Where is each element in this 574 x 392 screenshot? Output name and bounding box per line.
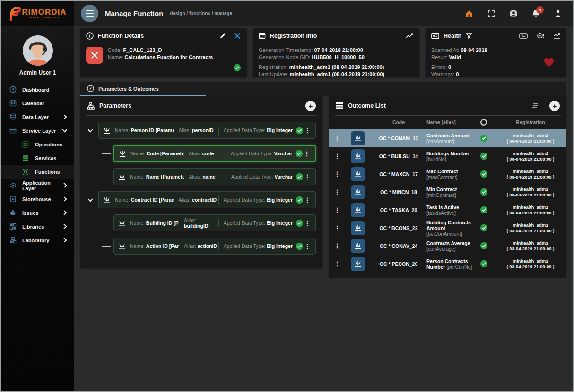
sidebar-item-calendar[interactable]: Calendar	[1, 96, 74, 110]
sidebar-item-dashboard[interactable]: Dashboard	[1, 83, 74, 96]
sidebar-item-issues[interactable]: Issues	[1, 206, 74, 220]
account-icon[interactable]	[509, 9, 518, 18]
valid-check-icon	[473, 170, 495, 178]
sort-icon[interactable]	[531, 103, 539, 109]
person-icon[interactable]	[554, 9, 562, 18]
sidebar-item-libraries[interactable]: Libraries	[1, 220, 74, 233]
info-row: Scanned At: 08-04-2019	[431, 47, 544, 54]
row-menu-icon[interactable]: ⋮	[329, 224, 345, 231]
panel-title: Parameters	[99, 102, 131, 109]
outcome-code: OC * PECON_26	[371, 261, 426, 267]
service-layer-icon	[9, 127, 17, 135]
breadcrumb: design / functions / manage	[170, 11, 232, 16]
scan-alert-icon[interactable]	[537, 33, 544, 39]
row-menu-icon[interactable]: ⋮	[304, 243, 311, 250]
edit-icon[interactable]	[219, 32, 226, 39]
sidebar-item-laboratory[interactable]: Laboratory	[1, 233, 74, 247]
chevron-right-icon	[62, 183, 68, 188]
collapse-chevron-icon[interactable]	[84, 197, 96, 203]
row-menu-icon[interactable]: ⋮	[329, 206, 345, 213]
outcome-registration: minhealth_adm1( 08-04-2019 21:00:00 )	[495, 133, 566, 144]
dashboard-icon	[9, 86, 17, 94]
outcome-registration: minhealth_adm1( 08-04-2019 21:00:00 )	[495, 222, 566, 233]
health-card-icon	[431, 33, 439, 39]
row-menu-icon[interactable]: ⋮	[304, 196, 311, 204]
laboratory-icon	[9, 237, 17, 244]
outcome-row[interactable]: ⋮ OC * MINCN_18 Min Contract [minContrac…	[329, 183, 566, 201]
sidebar-item-service-layer[interactable]: Service Layer	[1, 124, 74, 137]
avatar[interactable]	[23, 35, 53, 66]
top-header: Manage Function design / functions / man…	[74, 1, 573, 26]
trending-icon[interactable]	[406, 33, 414, 39]
main-area: Manage Function design / functions / man…	[74, 1, 573, 391]
outcome-registration: minhealth_adm1( 08-04-2019 21:00:00 )	[495, 187, 566, 197]
sidebar-item-label: Laboratory	[22, 238, 49, 243]
sidebar-item-application-layer[interactable]: Application Layer	[1, 179, 74, 192]
tab-parameters-outcomes[interactable]: Parameters & Outcomes	[80, 82, 206, 96]
row-menu-icon[interactable]: ⋮	[304, 127, 311, 134]
fullscreen-icon[interactable]	[487, 10, 495, 17]
parameter-row[interactable]: Name: Person ID [Parameter] Alias: perso…	[98, 122, 316, 139]
parameter-row[interactable]: Name: Action ID [Parameter] Alias: actio…	[113, 238, 316, 255]
menu-toggle-button[interactable]	[81, 5, 98, 22]
outcome-icon	[351, 149, 365, 163]
brand-logo[interactable]: RIMORDIA BINARY GENETICS	[1, 1, 74, 26]
outcome-row[interactable]: ⋮ OC * CONAM_12 Contracts Amount [conAmo…	[329, 129, 566, 147]
column-code: Code	[371, 119, 426, 125]
info-row: Generation Node GID: HUB500_H_10000_50	[259, 54, 414, 61]
outcome-code: OC * BCONS_22	[371, 225, 426, 231]
parameter-row[interactable]: Name: Building ID [Parameter] Alias: bui…	[113, 214, 316, 231]
sidebar-item-storehouse[interactable]: Storehouse	[1, 192, 74, 206]
row-menu-icon[interactable]: ⋮	[329, 188, 345, 196]
info-row: Errors: 0	[431, 64, 544, 71]
filter-icon[interactable]	[466, 33, 472, 39]
info-row: Generation Timestamp: 07-04-2018 21:00:0…	[259, 47, 414, 54]
add-parameter-button[interactable]: +	[305, 101, 316, 111]
row-menu-icon[interactable]: ⋮	[304, 173, 311, 180]
outcome-row[interactable]: ⋮ OC * CONAV_24 Contracts Average [conAv…	[329, 237, 566, 255]
chevron-right-icon	[62, 238, 68, 243]
info-row: Registration: minhealth_adm1 (08-04-2019…	[259, 64, 414, 71]
outcome-row[interactable]: ⋮ OC * MAXCN_17 Max Contract [maxContrac…	[329, 165, 566, 183]
chart-icon[interactable]	[553, 33, 561, 39]
name-value: Calculations Function for Contracts	[124, 54, 213, 60]
collapse-chevron-icon[interactable]	[84, 128, 96, 133]
parameter-icon	[118, 220, 126, 227]
add-outcome-button[interactable]: +	[549, 101, 560, 111]
sidebar-item-functions[interactable]: Functions	[1, 165, 74, 179]
sidebar-item-label: Data Layer	[22, 114, 49, 120]
outcome-name: Building Contracts Amount [buiConAmount]	[426, 220, 473, 237]
home-icon[interactable]	[465, 9, 473, 17]
outcome-name: Min Contract [minContract]	[426, 187, 473, 198]
sidebar-item-services[interactable]: Services	[1, 151, 74, 165]
gear-icon	[9, 182, 17, 189]
row-menu-icon[interactable]: ⋮	[329, 260, 345, 267]
row-menu-icon[interactable]: ⋮	[304, 220, 311, 227]
outcome-row[interactable]: ⋮ OC * TASKA_20 Task is Active [taskIsAc…	[329, 201, 566, 219]
tools-icon[interactable]	[234, 32, 241, 40]
row-menu-icon[interactable]: ⋮	[329, 135, 345, 142]
outcome-row[interactable]: ⋮ OC * BUILSU_14 Buildings Number [build…	[329, 147, 566, 165]
valid-check-icon	[233, 64, 241, 74]
sidebar-item-data-layer[interactable]: Data Layer	[1, 110, 74, 124]
row-menu-icon[interactable]: ⋮	[303, 150, 311, 157]
outcome-row[interactable]: ⋮ OC * BCONS_22 Building Contracts Amoun…	[329, 219, 566, 237]
outcome-code: OC * TASKA_20	[371, 207, 426, 213]
valid-check-icon	[473, 206, 495, 214]
row-menu-icon[interactable]: ⋮	[329, 170, 345, 178]
outcome-row[interactable]: ⋮ OC * PECON_26 Person Contracts Number …	[329, 255, 566, 273]
sidebar-item-label: Services	[35, 155, 56, 161]
info-row: Result: Valid	[431, 54, 544, 61]
keyboard-icon[interactable]	[519, 33, 528, 39]
page-title: Manage Function	[105, 9, 163, 17]
parameter-row[interactable]: Name: Code [Parameter] Alias: code Appli…	[113, 145, 316, 162]
parameter-row[interactable]: Name: Name [Parameter] Alias: name Appli…	[113, 168, 316, 185]
outcome-code: OC * CONAM_12	[371, 136, 426, 141]
sidebar-item-operations[interactable]: Operations	[1, 137, 74, 151]
outcome-code: OC * MAXCN_17	[371, 171, 426, 177]
outcome-registration: minhealth_adm1( 08-04-2019 21:00:00 )	[495, 258, 566, 269]
row-menu-icon[interactable]: ⋮	[329, 153, 345, 160]
bell-icon[interactable]: 8	[532, 9, 540, 18]
row-menu-icon[interactable]: ⋮	[329, 242, 345, 249]
parameter-row[interactable]: Name: Contract ID [Parameter] Alias: con…	[98, 191, 316, 208]
